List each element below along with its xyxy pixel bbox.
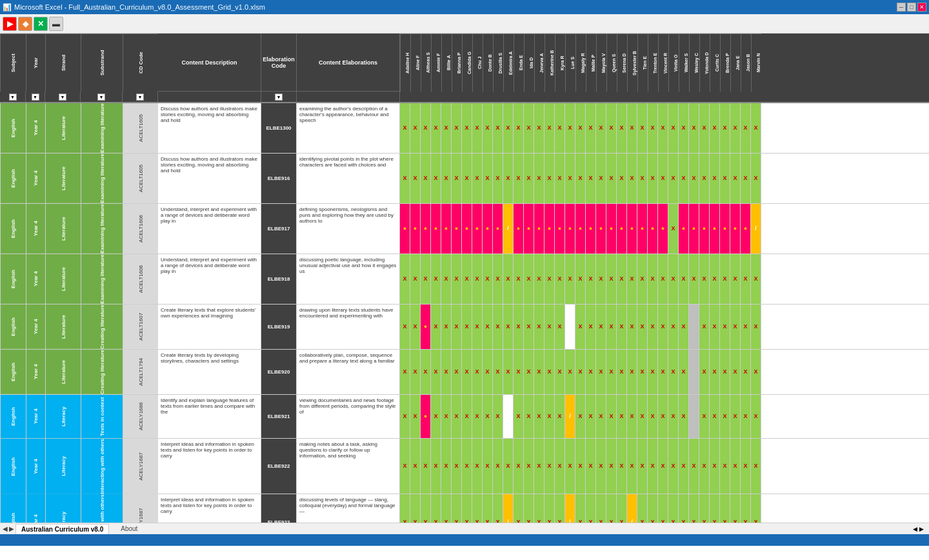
student-cell[interactable]: X	[668, 204, 679, 254]
student-cell[interactable]: X	[483, 494, 493, 523]
student-cell[interactable]: X	[668, 395, 679, 438]
student-cell[interactable]: ●	[421, 305, 431, 349]
student-cell[interactable]: X	[441, 494, 452, 523]
student-cell[interactable]: X	[493, 439, 503, 494]
student-cell[interactable]: X	[452, 395, 462, 438]
student-cell[interactable]: ●	[441, 204, 452, 254]
student-cell[interactable]: X	[431, 494, 441, 523]
student-cell[interactable]: X	[648, 103, 658, 153]
student-cell[interactable]: ●	[586, 204, 596, 254]
student-cell[interactable]: X	[452, 494, 462, 523]
student-cell[interactable]: ●	[689, 204, 699, 254]
student-cell[interactable]: X	[658, 254, 668, 304]
student-cell[interactable]: X	[514, 254, 524, 304]
student-cell[interactable]: ●	[730, 204, 741, 254]
student-cell[interactable]: X	[452, 305, 462, 349]
student-cell[interactable]: X	[668, 103, 679, 153]
student-cell[interactable]: X	[710, 439, 720, 494]
student-cell[interactable]: X	[648, 439, 658, 494]
student-cell[interactable]: X	[741, 494, 751, 523]
student-cell[interactable]: X	[751, 395, 761, 438]
student-cell[interactable]: X	[606, 154, 617, 203]
student-cell[interactable]: X	[730, 254, 741, 304]
student-cell[interactable]: X	[431, 254, 441, 304]
student-cell[interactable]: X	[534, 154, 544, 203]
student-cell[interactable]: X	[431, 154, 441, 203]
student-cell[interactable]: X	[741, 103, 751, 153]
student-cell[interactable]: X	[462, 439, 472, 494]
student-cell[interactable]: X	[668, 305, 679, 349]
student-cell[interactable]: X	[658, 154, 668, 203]
student-cell[interactable]: X	[596, 439, 606, 494]
student-cell[interactable]: X	[462, 305, 472, 349]
student-cell[interactable]: X	[606, 103, 617, 153]
student-cell[interactable]: X	[751, 305, 761, 349]
student-cell[interactable]: X	[596, 154, 606, 203]
student-cell[interactable]: X	[524, 350, 534, 394]
student-cell[interactable]: X	[710, 305, 720, 349]
student-cell[interactable]: ●	[679, 204, 689, 254]
ribbon-rect-icon[interactable]: ▬	[49, 17, 63, 31]
student-cell[interactable]: ●	[431, 204, 441, 254]
student-cell[interactable]: X	[441, 305, 452, 349]
sheet-nav-next[interactable]: ▶	[9, 525, 14, 532]
student-cell[interactable]: X	[586, 305, 596, 349]
student-cell[interactable]: X	[575, 103, 586, 153]
student-cell[interactable]: X	[658, 395, 668, 438]
student-cell[interactable]: X	[421, 350, 431, 394]
student-cell[interactable]: X	[410, 439, 421, 494]
student-cell[interactable]: X	[679, 154, 689, 203]
student-cell[interactable]: X	[462, 494, 472, 523]
student-cell[interactable]: X	[462, 254, 472, 304]
student-cell[interactable]: X	[720, 154, 730, 203]
student-cell[interactable]: X	[410, 395, 421, 438]
student-cell[interactable]: X	[668, 154, 679, 203]
student-cell[interactable]: X	[627, 254, 637, 304]
student-cell[interactable]: ●	[555, 204, 565, 254]
student-cell[interactable]: ●	[483, 204, 493, 254]
student-cell[interactable]: X	[699, 350, 710, 394]
student-cell[interactable]: X	[441, 395, 452, 438]
student-cell[interactable]: X	[710, 254, 720, 304]
student-cell[interactable]: X	[627, 305, 637, 349]
ribbon-marker-icon[interactable]: ◆	[18, 17, 32, 31]
student-cell[interactable]: X	[400, 154, 410, 203]
student-cell[interactable]: X	[534, 305, 544, 349]
student-cell[interactable]: X	[575, 395, 586, 438]
student-cell[interactable]: X	[452, 103, 462, 153]
student-cell[interactable]: X	[441, 350, 452, 394]
student-cell[interactable]: X	[617, 494, 627, 523]
student-cell[interactable]: X	[637, 494, 648, 523]
ribbon-video-icon[interactable]: ▶	[3, 17, 17, 31]
student-cell[interactable]: X	[658, 103, 668, 153]
student-cell[interactable]	[689, 305, 699, 349]
student-cell[interactable]: X	[741, 305, 751, 349]
student-cell[interactable]: X	[699, 395, 710, 438]
student-cell[interactable]: X	[565, 439, 575, 494]
student-cell[interactable]: X	[741, 395, 751, 438]
student-cell[interactable]: X	[421, 154, 431, 203]
student-cell[interactable]: X	[575, 494, 586, 523]
student-cell[interactable]: X	[534, 254, 544, 304]
student-cell[interactable]: X	[400, 305, 410, 349]
student-cell[interactable]: X	[627, 154, 637, 203]
student-cell[interactable]: X	[658, 494, 668, 523]
student-cell[interactable]: X	[462, 395, 472, 438]
student-cell[interactable]: X	[575, 350, 586, 394]
student-cell[interactable]: X	[514, 154, 524, 203]
student-cell[interactable]: X	[730, 103, 741, 153]
student-cell[interactable]: X	[410, 350, 421, 394]
student-cell[interactable]	[689, 350, 699, 394]
student-cell[interactable]: X	[741, 254, 751, 304]
student-cell[interactable]: X	[617, 254, 627, 304]
student-cell[interactable]: X	[617, 350, 627, 394]
student-cell[interactable]: X	[514, 350, 524, 394]
student-cell[interactable]: X	[493, 350, 503, 394]
student-cell[interactable]: ●	[617, 204, 627, 254]
student-cell[interactable]: X	[431, 350, 441, 394]
student-cell[interactable]: X	[679, 395, 689, 438]
student-cell[interactable]: X	[699, 439, 710, 494]
student-cell[interactable]: X	[534, 439, 544, 494]
student-cell[interactable]: X	[400, 103, 410, 153]
student-cell[interactable]: X	[627, 103, 637, 153]
